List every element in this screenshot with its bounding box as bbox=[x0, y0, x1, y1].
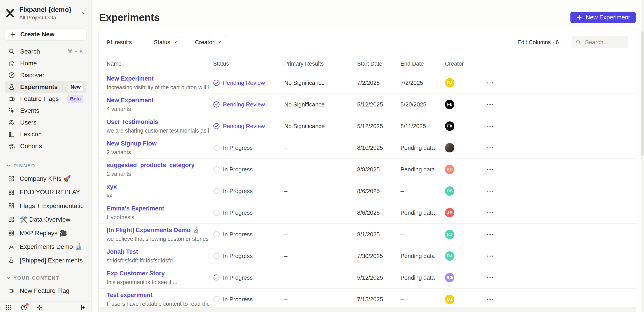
status-check-icon bbox=[213, 79, 220, 86]
avatar[interactable]: Fk bbox=[445, 100, 454, 109]
sidebar-item-experiments[interactable]: Experiments New bbox=[5, 81, 86, 93]
creator-filter-button[interactable]: Creator bbox=[190, 36, 227, 48]
row-menu-button[interactable] bbox=[486, 102, 494, 107]
column-header-start-date[interactable]: Start Date bbox=[357, 60, 400, 67]
row-menu-button[interactable] bbox=[486, 145, 494, 151]
status-filter-button[interactable]: Status bbox=[149, 36, 183, 48]
status-cell: In Progress bbox=[213, 188, 284, 195]
experiment-link[interactable]: Jonah Test bbox=[107, 248, 209, 255]
start-date-cell: 8/6/2025 bbox=[357, 209, 400, 216]
sidebar-item-discover[interactable]: Discover bbox=[5, 69, 86, 81]
pinned-item-shipped-experiments-demo[interactable]: [Shipped] Experiments Demo 🖊️ bbox=[5, 254, 86, 267]
row-menu-button[interactable] bbox=[486, 232, 494, 237]
experiment-link[interactable]: New Signup Flow bbox=[107, 140, 209, 147]
vertical-scrollbar[interactable] bbox=[641, 0, 644, 312]
sidebar-item-users[interactable]: Users bbox=[5, 117, 86, 129]
table-search-input[interactable] bbox=[584, 39, 624, 46]
avatar[interactable]: PH bbox=[445, 165, 454, 174]
avatar[interactable]: RJ bbox=[445, 251, 454, 261]
table-search[interactable] bbox=[572, 36, 628, 48]
workspace-info: Fixpanel {demo} All Project Data bbox=[19, 6, 77, 21]
pinned-item-mxp-replays[interactable]: MXP Replays 🎥 bbox=[5, 226, 86, 240]
sidebar-item-cohorts[interactable]: Cohorts bbox=[5, 140, 86, 152]
status-circle-icon bbox=[213, 188, 220, 194]
gear-icon[interactable] bbox=[36, 304, 43, 311]
pinned-item-label: Flags + Experimentation Demo 🖊️ bbox=[20, 202, 84, 210]
avatar[interactable]: JE bbox=[445, 208, 454, 217]
status-cell: Pending Review bbox=[213, 101, 284, 108]
scrollbar-thumb[interactable] bbox=[641, 31, 644, 156]
row-menu-button[interactable] bbox=[486, 275, 494, 281]
row-menu-button[interactable] bbox=[486, 80, 494, 86]
avatar[interactable]: BG bbox=[445, 273, 454, 282]
experiment-link[interactable]: xyx bbox=[107, 183, 209, 190]
row-menu-button[interactable] bbox=[486, 210, 494, 216]
pinned-item-label: [Shipped] Experiments Demo 🖊️ bbox=[20, 257, 84, 264]
pinned-item-find-your-replay[interactable]: FIND YOUR REPLAY bbox=[5, 185, 86, 199]
sidebar-item-lexicon[interactable]: Lexicon bbox=[5, 129, 86, 140]
experiment-link[interactable]: New Experiment bbox=[107, 97, 209, 104]
primary-results-cell: – bbox=[284, 274, 357, 281]
row-menu-button[interactable] bbox=[486, 188, 494, 194]
status-cell: In Progress bbox=[213, 145, 284, 151]
apps-grid-icon[interactable] bbox=[5, 304, 12, 311]
edit-columns-button[interactable]: Edit Columns · 6 bbox=[512, 36, 564, 48]
create-new-button[interactable]: Create New bbox=[5, 28, 86, 40]
column-header-name[interactable]: Name bbox=[107, 60, 213, 67]
table-row: New Signup Flow 2 variants In Progress –… bbox=[98, 137, 636, 159]
pinned-section-header[interactable]: PINNED bbox=[6, 163, 86, 169]
workspace-switcher[interactable]: Fixpanel {demo} All Project Data bbox=[5, 6, 86, 21]
experiment-link[interactable]: Emma's Experiment bbox=[107, 205, 209, 212]
sidebar-item-search[interactable]: Search ⌘ + K bbox=[5, 46, 86, 58]
sidebar-item-events[interactable]: Events bbox=[5, 105, 86, 117]
sidebar-item-label: Search bbox=[20, 48, 40, 55]
flask-icon bbox=[8, 257, 15, 264]
new-experiment-button[interactable]: New Experiment bbox=[570, 11, 636, 23]
experiment-subtitle: sdfdsfdsfsdfdffdfdsfsdfdsfd bbox=[107, 257, 209, 264]
pinned-item-flags-experimentation-demo[interactable]: Flags + Experimentation Demo 🖊️ bbox=[5, 199, 86, 213]
results-count: 91 results bbox=[107, 39, 132, 46]
status-label: In Progress bbox=[223, 274, 253, 281]
experiment-link[interactable]: New Experiment bbox=[107, 75, 209, 82]
chevron-down-icon[interactable] bbox=[81, 10, 86, 16]
column-header-status[interactable]: Status bbox=[213, 60, 284, 67]
column-header-end-date[interactable]: End Date bbox=[400, 60, 445, 67]
status-cell: Pending Review bbox=[213, 79, 284, 86]
horizontal-scrollbar-track[interactable] bbox=[98, 307, 636, 312]
sidebar-item-feature-flags[interactable]: Feature Flags Beta bbox=[5, 93, 86, 105]
sidebar-item-label: Discover bbox=[20, 72, 44, 79]
end-date-cell: – bbox=[400, 231, 445, 238]
fixpanel-logo-icon bbox=[5, 8, 15, 18]
sidebar-item-home[interactable]: Home bbox=[5, 58, 86, 69]
your-content-section-header[interactable]: YOUR CONTENT bbox=[6, 275, 86, 281]
experiment-link[interactable]: [In Flight] Experiments Demo 🔬 bbox=[107, 227, 209, 234]
experiment-link[interactable]: Exp Customer Story bbox=[107, 270, 209, 277]
primary-results-cell: – bbox=[284, 296, 357, 303]
row-menu-button[interactable] bbox=[486, 167, 494, 172]
avatar[interactable]: OS bbox=[445, 186, 454, 196]
avatar[interactable]: DJ bbox=[445, 78, 454, 88]
sidebar-item-label: Lexicon bbox=[20, 131, 42, 138]
avatar[interactable] bbox=[445, 143, 454, 153]
row-menu-button[interactable] bbox=[486, 253, 494, 259]
avatar[interactable]: DJ bbox=[445, 295, 454, 304]
avatar[interactable]: RJ bbox=[445, 230, 454, 239]
experiment-link[interactable]: suggested_products_category bbox=[107, 162, 209, 169]
collapse-sidebar-icon[interactable] bbox=[80, 304, 86, 311]
primary-results-cell: No Significance bbox=[284, 79, 357, 86]
status-circle-icon bbox=[213, 231, 220, 238]
your-content-item-new-feature-flag[interactable]: New Feature Flag bbox=[5, 284, 86, 298]
pinned-item-experiments-demo[interactable]: Experiments Demo 🔬 bbox=[5, 240, 86, 254]
row-menu-button[interactable] bbox=[486, 297, 494, 302]
help-icon[interactable] bbox=[20, 304, 27, 311]
avatar[interactable]: Fk bbox=[445, 121, 454, 131]
column-header-creator[interactable]: Creator bbox=[445, 60, 486, 67]
pinned-item-company-kpis[interactable]: Company KPIs 🚀 bbox=[5, 172, 86, 185]
experiment-link[interactable]: Test experiment bbox=[107, 292, 209, 299]
end-date-cell: – bbox=[400, 296, 445, 303]
experiments-card: 91 results Status Creator Edit Columns ·… bbox=[98, 29, 636, 312]
column-header-primary-results[interactable]: Primary Results bbox=[284, 60, 357, 67]
row-menu-button[interactable] bbox=[486, 123, 494, 129]
experiment-link[interactable]: User Testimonials bbox=[107, 119, 209, 126]
pinned-item-data-overview[interactable]: 🛠️ Data Overview bbox=[5, 213, 86, 226]
